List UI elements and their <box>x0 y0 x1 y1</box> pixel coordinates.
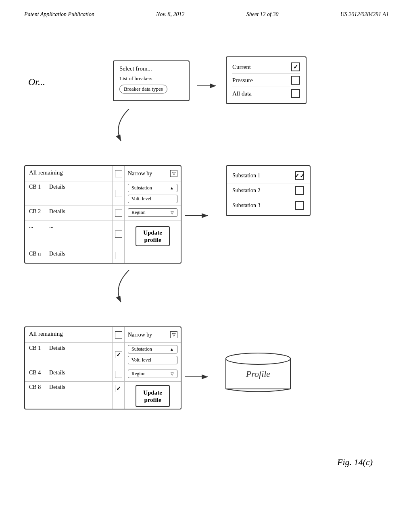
select-from-box: Select from... List of breakers Breaker … <box>113 60 190 101</box>
checkbox-pressure[interactable]: Pressure <box>232 74 300 87</box>
mid-arrow-right <box>185 210 213 222</box>
breaker-data-types[interactable]: Breaker data types <box>119 85 167 94</box>
bot-filter-region[interactable]: Region ▽ <box>128 370 177 378</box>
bot-cb1-label: CB 1 <box>29 345 45 364</box>
mid-ellipsis-check[interactable] <box>115 231 122 238</box>
checkbox-current-label: Current <box>232 64 251 71</box>
mid-substation-panel: Substation 1 ✓ Substation 2 Substation 3 <box>226 165 311 216</box>
top-section: Or... Select from... List of breakers Br… <box>24 52 389 133</box>
mid-narrow-by-header: Narrow by ▽ <box>124 166 181 181</box>
profile-text: Profile <box>246 369 271 379</box>
mid-substation-3-label: Substation 3 <box>232 202 261 209</box>
mid-table-panel: All remaining Narrow by ▽ CB 1 Details <box>24 165 181 264</box>
fig-label: Fig. 14(c) <box>337 457 373 468</box>
mid-substation-2-row[interactable]: Substation 2 <box>227 183 310 198</box>
mid-substation-3-check[interactable] <box>295 201 304 210</box>
bot-narrow-by-header: Narrow by ▽ <box>124 327 181 342</box>
list-of-breakers[interactable]: List of breakers <box>119 75 152 82</box>
or-label: Or... <box>28 77 45 87</box>
checkbox-current-check[interactable] <box>291 62 300 71</box>
bot-filter-substation-label: Substation <box>131 346 152 352</box>
bot-cb1-details[interactable]: Details <box>49 345 65 364</box>
bot-cb4-label: CB 4 <box>29 370 45 379</box>
bot-cb8-check[interactable]: ✓ <box>115 385 122 392</box>
bot-cb1-check[interactable]: ✓ <box>115 351 122 358</box>
bot-filter-region-label: Region <box>131 371 146 377</box>
mid-cb2-details[interactable]: Details <box>49 208 65 218</box>
mid-cb1-label: CB 1 <box>29 184 45 203</box>
top-checkbox-panel: Current Pressure All data <box>226 56 307 104</box>
curve-arrow-2 <box>105 270 153 306</box>
mid-update-profile-btn[interactable]: Updateprofile <box>136 226 170 246</box>
page-header: Patent Application Publication Nov. 8, 2… <box>0 0 413 18</box>
bot-all-remaining-check[interactable] <box>115 331 122 339</box>
mid-narrow-by-dropdown[interactable]: ▽ <box>170 170 177 177</box>
mid-substation-1-row[interactable]: Substation 1 ✓ <box>227 168 310 183</box>
header-sheet: Sheet 12 of 30 <box>246 11 279 18</box>
checkbox-alldata-label: All data <box>232 90 252 97</box>
mid-filter-substation[interactable]: Substation ▲ <box>128 184 177 192</box>
bot-cb8-details[interactable]: Details <box>49 384 65 391</box>
mid-cb2-label: CB 2 <box>29 208 45 218</box>
bot-narrow-by-label: Narrow by <box>128 332 152 338</box>
mid-substation-2-label: Substation 2 <box>232 187 261 194</box>
bot-all-remaining-label: All remaining <box>25 327 112 342</box>
mid-substation-1-label: Substation 1 <box>232 172 261 179</box>
mid-substation-1-check[interactable]: ✓ <box>295 171 304 180</box>
arrow-top-right <box>197 80 217 92</box>
mid-narrow-by-label: Narrow by <box>128 170 152 177</box>
mid-cb1-check[interactable] <box>115 190 122 197</box>
bot-filter-substation-up[interactable]: ▲ <box>170 347 174 351</box>
checkbox-alldata[interactable]: All data <box>232 87 300 100</box>
bot-narrow-by-dropdown[interactable]: ▽ <box>170 331 177 338</box>
mid-substation-3-row[interactable]: Substation 3 <box>227 198 310 213</box>
bot-filter-voltlevel[interactable]: Volt. level <box>128 356 177 364</box>
mid-filter-substation-label: Substation <box>131 185 152 191</box>
bot-cb8-label: CB 8 <box>29 384 45 391</box>
svg-point-9 <box>226 353 290 364</box>
bot-arrow-right <box>185 371 213 383</box>
checkbox-pressure-check[interactable] <box>291 76 300 85</box>
mid-cbn-check[interactable] <box>115 252 122 259</box>
mid-ellipsis-details: ... <box>49 223 54 245</box>
mid-filter-voltlevel[interactable]: Volt. level <box>128 195 177 203</box>
bot-filter-voltlevel-label: Volt. level <box>131 357 151 363</box>
bot-cb4-check[interactable] <box>115 371 122 378</box>
mid-filter-region[interactable]: Region ▽ <box>128 208 177 217</box>
mid-filter-region-down[interactable]: ▽ <box>171 210 174 215</box>
mid-cb2-check[interactable] <box>115 210 122 217</box>
mid-section: All remaining Narrow by ▽ CB 1 Details <box>24 165 389 282</box>
mid-substation-2-check[interactable] <box>295 186 304 195</box>
mid-filter-region-label: Region <box>131 210 146 216</box>
header-publication: Patent Application Publication <box>24 11 94 18</box>
bot-cb4-details[interactable]: Details <box>49 370 65 379</box>
checkbox-current[interactable]: Current <box>232 60 300 74</box>
curve-arrow-1 <box>105 109 153 145</box>
header-date: Nov. 8, 2012 <box>156 11 185 18</box>
mid-cbn-details[interactable]: Details <box>49 251 65 260</box>
header-patent: US 2012/0284291 A1 <box>340 11 389 18</box>
mid-cbn-label: CB n <box>29 251 45 260</box>
mid-filter-substation-up[interactable]: ▲ <box>170 186 174 190</box>
bot-filter-region-down[interactable]: ▽ <box>171 372 174 376</box>
bot-filter-substation[interactable]: Substation ▲ <box>128 345 177 353</box>
profile-cylinder: Profile <box>222 351 294 401</box>
mid-all-remaining-check[interactable] <box>115 170 122 177</box>
profile-svg: Profile <box>222 351 294 399</box>
checkbox-alldata-check[interactable] <box>291 89 300 98</box>
mid-ellipsis-label: ... <box>29 223 45 245</box>
bot-update-profile-btn[interactable]: Updateprofile <box>136 385 170 407</box>
bot-section: All remaining Narrow by ▽ CB 1 Details ✓ <box>24 326 389 451</box>
select-from-title: Select from... <box>119 65 183 72</box>
mid-filter-voltlevel-label: Volt. level <box>131 196 151 202</box>
bot-table-panel: All remaining Narrow by ▽ CB 1 Details ✓ <box>24 326 181 409</box>
diagram: Or... Select from... List of breakers Br… <box>24 52 389 508</box>
checkbox-pressure-label: Pressure <box>232 77 253 84</box>
mid-all-remaining-label: All remaining <box>25 166 112 181</box>
mid-cb1-details[interactable]: Details <box>49 184 65 203</box>
